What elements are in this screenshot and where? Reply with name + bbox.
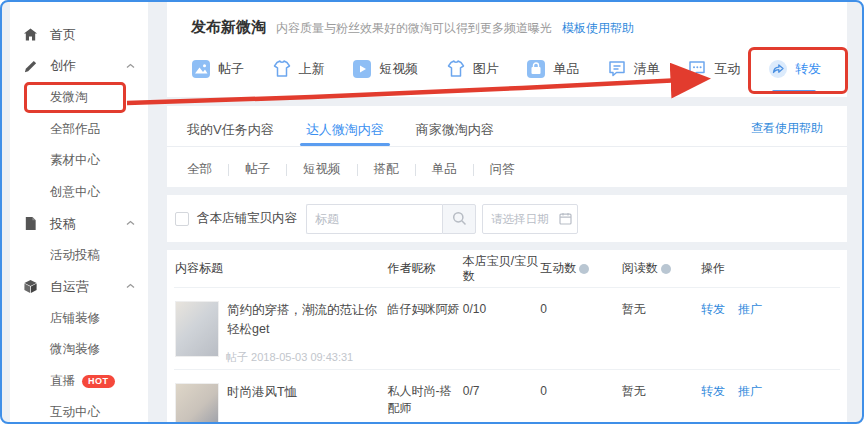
sidebar-item-label: 全部作品 [50, 121, 100, 138]
document-icon [23, 216, 38, 231]
sidebar-item-label: 自运营 [50, 278, 89, 296]
row-thumbnail[interactable] [175, 383, 219, 424]
row-interactions: 0 [540, 383, 621, 400]
sidebar-item-label: 微淘装修 [50, 341, 100, 358]
row-author: 私人时尚-搭配师 [387, 383, 462, 418]
tab-merchant-weitao[interactable]: 商家微淘内容 [416, 121, 494, 146]
tab-new-arrival[interactable]: 上新 [272, 59, 325, 79]
tab-label: 互动 [714, 60, 740, 78]
template-help-link[interactable]: 模板使用帮助 [562, 20, 634, 37]
forward-link[interactable]: 转发 [701, 383, 725, 400]
row-actions: 转发 推广 [701, 383, 840, 400]
tab-label: 转发 [795, 60, 821, 78]
divider [286, 164, 287, 176]
sidebar-item-label: 创意中心 [50, 184, 100, 201]
tab-single-item[interactable]: 单品 [526, 59, 579, 79]
col-author: 作者昵称 [387, 261, 462, 276]
divider [415, 164, 416, 176]
sidebar-item-material-center[interactable]: 素材中心 [10, 145, 148, 177]
row-title[interactable]: 时尚港风T恤 [227, 383, 385, 424]
forward-arrow-icon [768, 59, 788, 79]
tab-forward[interactable]: 转发 [768, 59, 821, 79]
sidebar-item-label: 互动中心 [50, 404, 100, 421]
tab-interaction[interactable]: 互动 [687, 59, 740, 79]
content-type-tabs: 帖子 上新 短视频 图片 单品 清单 [191, 59, 823, 79]
divider [473, 164, 474, 176]
col-reads: 阅读数 [622, 261, 701, 276]
col-title: 内容标题 [174, 261, 387, 276]
divider [357, 164, 358, 176]
chevron-up-icon [126, 220, 135, 226]
tab-post[interactable]: 帖子 [191, 59, 244, 79]
promote-link[interactable]: 推广 [738, 301, 762, 318]
page-title: 发布新微淘 [191, 18, 266, 37]
sidebar-item-create[interactable]: 创作 [10, 51, 148, 83]
row-reads: 暂无 [622, 301, 701, 318]
search-button[interactable] [442, 204, 476, 234]
forward-link[interactable]: 转发 [701, 301, 725, 318]
row-actions: 转发 推广 [701, 301, 840, 318]
tab-label: 图片 [473, 60, 499, 78]
title-search-input[interactable] [306, 204, 442, 234]
row-reads: 暂无 [622, 383, 701, 400]
promote-link[interactable]: 推广 [738, 383, 762, 400]
table-row: 简约的穿搭，潮流的范让你轻松get 皓仔妈咪阿娇 0/10 0 暂无 转发 推广… [174, 288, 840, 357]
sidebar-item-shop-decoration[interactable]: 店铺装修 [10, 303, 148, 335]
filter-post[interactable]: 帖子 [245, 161, 270, 178]
sidebar-item-home[interactable]: 首页 [10, 19, 148, 51]
filter-qa[interactable]: 问答 [490, 161, 515, 178]
tab-label: 短视频 [379, 60, 418, 78]
tab-my-v-tasks[interactable]: 我的V任务内容 [187, 121, 274, 146]
tab-list[interactable]: 清单 [607, 59, 660, 79]
table-row: 时尚港风T恤 私人时尚-搭配师 0/7 0 暂无 转发 推广 帖子 2018-0… [174, 369, 840, 424]
filter-short-video[interactable]: 短视频 [303, 161, 341, 178]
chevron-up-icon [126, 63, 135, 69]
sidebar-item-all-works[interactable]: 全部作品 [10, 114, 148, 146]
shop-items-checkbox[interactable] [175, 212, 189, 226]
sidebar-item-label: 创作 [50, 57, 76, 75]
page-subtitle: 内容质量与粉丝效果好的微淘可以得到更多频道曝光 [276, 20, 552, 37]
filter-all[interactable]: 全部 [187, 161, 212, 178]
tab-daren-weitao[interactable]: 达人微淘内容 [306, 121, 384, 146]
tab-label: 单品 [553, 60, 579, 78]
cube-icon [23, 279, 38, 294]
row-thumbnail[interactable] [175, 301, 219, 357]
info-icon[interactable] [579, 264, 589, 274]
sidebar-item-label: 素材中心 [50, 152, 100, 169]
sidebar-item-label: 直播 [50, 373, 75, 390]
sidebar-item-activity-submission[interactable]: 活动投稿 [10, 240, 148, 272]
row-shop-items: 0/10 [463, 301, 540, 318]
source-tabs: 我的V任务内容 达人微淘内容 商家微淘内容 查看使用帮助 [167, 106, 847, 147]
hot-badge: HOT [82, 375, 115, 388]
sidebar-item-self-operation[interactable]: 自运营 [10, 271, 148, 303]
publish-header-panel: 发布新微淘 内容质量与粉丝效果好的微淘可以得到更多频道曝光 模板使用帮助 帖子 … [167, 2, 847, 97]
shirt-icon [446, 59, 466, 79]
sidebar-item-live[interactable]: 直播 HOT [10, 366, 148, 398]
col-interactions: 互动数 [540, 261, 621, 276]
col-actions: 操作 [701, 261, 840, 276]
filter-single-item[interactable]: 单品 [432, 161, 457, 178]
sidebar-item-publish-weitao[interactable]: 发微淘 [10, 82, 148, 114]
info-icon[interactable] [661, 264, 671, 274]
filter-outfit[interactable]: 搭配 [374, 161, 399, 178]
sidebar-item-creative-center[interactable]: 创意中心 [10, 177, 148, 209]
sidebar-item-label: 活动投稿 [50, 247, 100, 264]
weitao-publish-page: 首页 创作 发微淘 全部作品 素材中心 创意中心 投稿 活动投稿 [0, 0, 864, 424]
tab-short-video[interactable]: 短视频 [352, 59, 418, 79]
row-shop-items: 0/7 [463, 383, 540, 400]
tab-label: 上新 [299, 60, 325, 78]
chat-square-icon [607, 59, 627, 79]
row-meta: 帖子 2018-05-03 09:43:31 [226, 420, 353, 424]
filter-tabs: 全部 帖子 短视频 搭配 单品 问答 [167, 147, 847, 178]
video-play-icon [352, 59, 372, 79]
tab-image[interactable]: 图片 [446, 59, 499, 79]
row-title[interactable]: 简约的穿搭，潮流的范让你轻松get [227, 301, 385, 357]
content-source-panel: 我的V任务内容 达人微淘内容 商家微淘内容 查看使用帮助 全部 帖子 短视频 搭… [167, 106, 847, 187]
sidebar-item-submission[interactable]: 投稿 [10, 208, 148, 240]
sidebar-item-label: 店铺装修 [50, 310, 100, 327]
home-icon [23, 27, 38, 42]
sidebar-item-weitao-decoration[interactable]: 微淘装修 [10, 334, 148, 366]
sidebar-item-interaction-center[interactable]: 互动中心 [10, 397, 148, 424]
row-interactions: 0 [540, 301, 621, 318]
usage-help-link[interactable]: 查看使用帮助 [751, 120, 823, 137]
